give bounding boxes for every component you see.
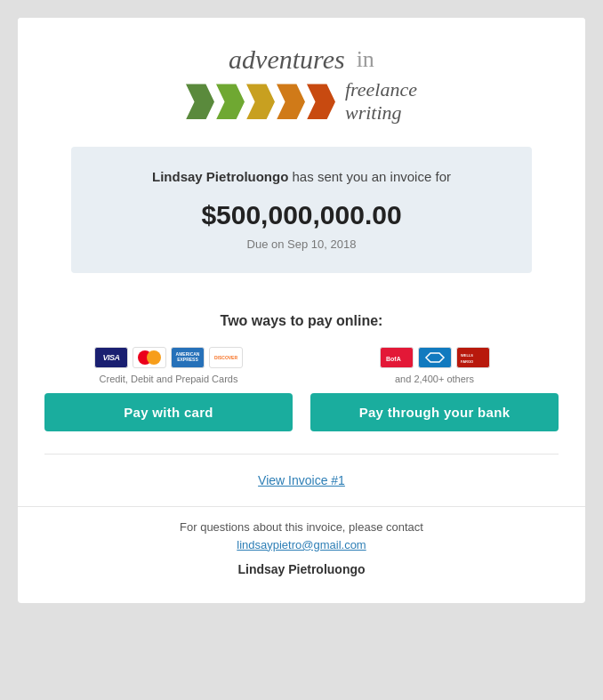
footer-email-link[interactable]: lindsaypietro@gmail.com (44, 538, 559, 551)
mastercard-icon (133, 347, 166, 368)
logo-in: in (357, 46, 374, 73)
discover-icon: DISCOVER (209, 347, 243, 368)
bank-payment-option: BofA WEL (310, 347, 559, 431)
pay-through-bank-button[interactable]: Pay through your bank (310, 393, 559, 431)
svg-text:BofA: BofA (386, 356, 401, 362)
payment-options: VISA AMERICANEXPRESS DISCOVER Cred (44, 347, 559, 431)
chase-bank-icon (418, 347, 452, 368)
card-icons: VISA AMERICANEXPRESS DISCOVER (94, 347, 243, 368)
view-invoice-section: View Invoice #1 (18, 455, 585, 506)
chevron-4-icon (277, 84, 305, 119)
amex-icon: AMERICANEXPRESS (171, 347, 205, 368)
wellsfargo-bank-icon: WELLS FARGO (456, 347, 490, 368)
footer-name: Lindsay Pietroluongo (44, 562, 559, 576)
footer-section: For questions about this invoice, please… (18, 506, 585, 603)
bofa-bank-icon: BofA (380, 347, 414, 368)
email-container: adventures in freelance writing (18, 18, 585, 603)
payment-section: Two ways to pay online: VISA AMERICANEXP… (18, 291, 585, 454)
sender-name: Lindsay Pietroluongo (152, 169, 288, 184)
card-payment-option: VISA AMERICANEXPRESS DISCOVER Cred (44, 347, 293, 431)
bank-icons: BofA WEL (380, 347, 490, 368)
chevron-1-icon (186, 84, 214, 119)
payment-title: Two ways to pay online: (44, 313, 559, 329)
invoice-message: has sent you an invoice for (288, 169, 451, 184)
invoice-due: Due on Sep 10, 2018 (98, 237, 505, 251)
chevron-2-icon (216, 84, 245, 119)
header-section: adventures in freelance writing (18, 18, 585, 147)
logo-writing: writing (345, 101, 417, 125)
logo-freelance: freelance (345, 78, 417, 101)
chevrons (186, 84, 335, 119)
footer-contact-text: For questions about this invoice, please… (44, 520, 559, 534)
chevron-5-icon (307, 84, 335, 119)
invoice-info-section: Lindsay Pietroluongo has sent you an inv… (71, 147, 532, 273)
invoice-amount: $500,000,000.00 (98, 200, 505, 230)
chevron-3-icon (246, 84, 275, 119)
pay-with-card-button[interactable]: Pay with card (44, 393, 293, 431)
visa-icon: VISA (94, 347, 128, 368)
svg-text:FARGO: FARGO (461, 359, 473, 364)
logo-area: adventures in freelance writing (186, 44, 417, 129)
card-icons-label: Credit, Debit and Prepaid Cards (100, 374, 238, 384)
bank-icons-label: and 2,400+ others (395, 374, 474, 384)
svg-text:WELLS: WELLS (461, 353, 473, 358)
invoice-sender: Lindsay Pietroluongo has sent you an inv… (98, 169, 505, 184)
view-invoice-link[interactable]: View Invoice #1 (258, 473, 345, 487)
logo-adventures: adventures (229, 44, 345, 75)
svg-rect-2 (421, 350, 449, 366)
